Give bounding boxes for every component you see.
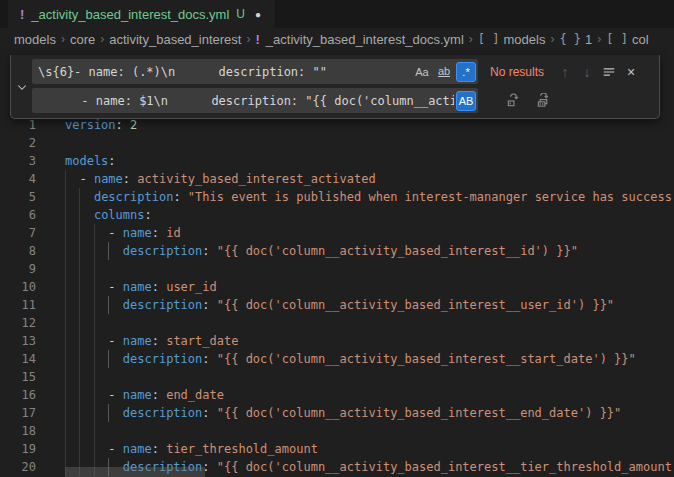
horizontal-scrollbar-thumb[interactable] xyxy=(65,467,205,477)
replace-all-button[interactable] xyxy=(532,90,554,112)
code-line[interactable]: 7 - name: id xyxy=(0,224,674,242)
code-token: name xyxy=(123,442,152,456)
code-token: description xyxy=(123,352,202,366)
breadcrumb-item[interactable]: activity_based_interest xyxy=(109,32,241,47)
code-line[interactable]: 16 - name: end_date xyxy=(0,386,674,404)
code-token xyxy=(65,226,108,240)
next-match-button[interactable]: ↓ xyxy=(576,61,598,83)
modified-indicator-dot[interactable]: ● xyxy=(255,9,261,20)
indent-guide xyxy=(94,296,95,314)
code-text[interactable]: description: "{{ doc('column__activity_b… xyxy=(65,404,674,422)
line-number: 13 xyxy=(0,332,36,350)
indent-guide xyxy=(79,422,80,440)
indent-guide xyxy=(94,440,95,458)
code-text[interactable]: description: "This event is published wh… xyxy=(65,188,674,206)
code-text[interactable]: - name: id xyxy=(65,224,674,242)
breadcrumb-item[interactable]: [ ]models xyxy=(478,32,546,47)
line-number: 5 xyxy=(0,188,36,206)
replace-input[interactable]: - name: $1\n description: "{{ doc('colum… xyxy=(32,88,478,113)
preserve-case-button[interactable]: AB xyxy=(456,91,476,111)
code-text[interactable]: description: "{{ doc('column__activity_b… xyxy=(65,350,674,368)
regex-button[interactable]: .* xyxy=(456,62,476,82)
code-text[interactable]: models: xyxy=(65,152,674,170)
code-text[interactable] xyxy=(65,368,674,386)
code-token: : xyxy=(173,190,187,204)
indent-guide xyxy=(79,314,80,332)
code-line[interactable]: 8 description: "{{ doc('column__activity… xyxy=(0,242,674,260)
indent-guide xyxy=(108,296,109,314)
previous-match-button[interactable]: ↑ xyxy=(554,61,576,83)
code-line[interactable]: 4 - name: activity_based_interest_activa… xyxy=(0,170,674,188)
code-token: version xyxy=(65,118,116,132)
code-token: user_id xyxy=(166,280,217,294)
breadcrumb-item[interactable]: { }1 xyxy=(559,32,592,47)
toggle-replace-button[interactable] xyxy=(11,55,32,118)
code-token: name xyxy=(123,388,152,402)
find-input[interactable]: \s{6}- name: (.*)\n description: "" Aa a… xyxy=(32,59,478,84)
indent-guide xyxy=(94,422,95,440)
match-case-button[interactable]: Aa xyxy=(412,62,432,82)
code-token: tier_threshold_amount xyxy=(166,442,318,456)
code-line[interactable]: 3models: xyxy=(0,152,674,170)
indent-guide xyxy=(65,314,66,332)
code-line[interactable]: 5 description: "This event is published … xyxy=(0,188,674,206)
code-token: name xyxy=(123,334,152,348)
breadcrumb-item[interactable]: core xyxy=(70,32,95,47)
code-text[interactable]: - name: user_id xyxy=(65,278,674,296)
close-button[interactable]: × xyxy=(620,61,642,83)
breadcrumb-item[interactable]: !_activity_based_interest_docs.yml xyxy=(255,32,463,47)
indent-guide xyxy=(65,188,66,206)
code-line[interactable]: 11 description: "{{ doc('column__activit… xyxy=(0,296,674,314)
code-text[interactable]: description: "{{ doc('column__activity_b… xyxy=(65,242,674,260)
indent-guide xyxy=(79,260,80,278)
code-line[interactable]: 13 - name: start_date xyxy=(0,332,674,350)
replace-all-icon xyxy=(536,93,551,108)
code-token: models xyxy=(65,154,108,168)
indent-guide xyxy=(94,332,95,350)
code-line[interactable]: 14 description: "{{ doc('column__activit… xyxy=(0,350,674,368)
code-token: : xyxy=(152,388,166,402)
code-line[interactable]: 9 xyxy=(0,260,674,278)
symbol-icon: { } xyxy=(559,32,581,46)
breadcrumb-separator: › xyxy=(597,32,601,46)
code-line[interactable]: 12 xyxy=(0,314,674,332)
code-line[interactable]: 18 xyxy=(0,422,674,440)
line-number: 9 xyxy=(0,260,36,278)
code-text[interactable] xyxy=(65,134,674,152)
close-icon: × xyxy=(627,64,635,80)
code-token xyxy=(65,388,108,402)
replace-button[interactable] xyxy=(502,90,524,112)
code-line[interactable]: 6 columns: xyxy=(0,206,674,224)
code-token: description xyxy=(123,244,202,258)
code-line[interactable]: 10 - name: user_id xyxy=(0,278,674,296)
breadcrumb-item[interactable]: [ ]col xyxy=(606,32,648,47)
breadcrumb-label: models xyxy=(14,32,56,47)
indent-guide xyxy=(79,404,80,422)
line-number: 10 xyxy=(0,278,36,296)
code-text[interactable]: - name: activity_based_interest_activate… xyxy=(65,170,674,188)
code-text[interactable]: description: "{{ doc('column__activity_b… xyxy=(65,296,674,314)
breadcrumb-label: core xyxy=(70,32,95,47)
indent-guide xyxy=(79,386,80,404)
find-in-selection-button[interactable] xyxy=(598,61,620,83)
line-number: 3 xyxy=(0,152,36,170)
code-line[interactable]: 17 description: "{{ doc('column__activit… xyxy=(0,404,674,422)
tab-active-file[interactable]: ! _activity_based_interest_docs.yml U ● xyxy=(8,0,276,28)
code-line[interactable]: 19 - name: tier_threshold_amount xyxy=(0,440,674,458)
whole-word-button[interactable]: ab xyxy=(434,62,454,82)
code-text[interactable] xyxy=(65,260,674,278)
indent-guide xyxy=(94,224,95,242)
code-text[interactable]: - name: tier_threshold_amount xyxy=(65,440,674,458)
code-line[interactable]: 2 xyxy=(0,134,674,152)
tab-title: _activity_based_interest_docs.yml xyxy=(31,7,229,22)
indent-guide xyxy=(65,224,66,242)
breadcrumb-item[interactable]: models xyxy=(14,32,56,47)
code-text[interactable]: - name: end_date xyxy=(65,386,674,404)
code-text[interactable] xyxy=(65,314,674,332)
code-token: activity_based_interest_activated xyxy=(137,172,375,186)
breadcrumb-separator: › xyxy=(61,32,65,46)
code-text[interactable]: columns: xyxy=(65,206,674,224)
code-line[interactable]: 15 xyxy=(0,368,674,386)
code-text[interactable] xyxy=(65,422,674,440)
code-text[interactable]: - name: start_date xyxy=(65,332,674,350)
